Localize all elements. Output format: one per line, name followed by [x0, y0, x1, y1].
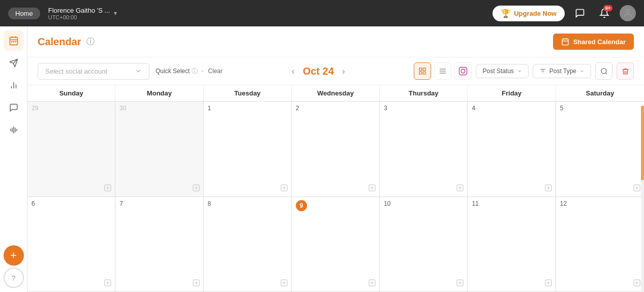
post-status-label: Post Status: [482, 68, 513, 75]
add-post-button[interactable]: [280, 184, 288, 193]
next-month-button[interactable]: ›: [342, 66, 345, 77]
instagram-view-button[interactable]: [454, 62, 472, 80]
sidebar-item-audio[interactable]: [4, 120, 24, 140]
list-view-button[interactable]: [434, 62, 451, 80]
add-post-button[interactable]: [104, 279, 112, 288]
account-selector[interactable]: Florence Gaitho 'S ... UTC+00:00 ▾: [48, 7, 117, 20]
svg-rect-23: [419, 72, 422, 74]
svg-point-30: [465, 69, 466, 70]
message-icon: [575, 8, 585, 18]
add-post-button[interactable]: [544, 184, 553, 193]
weekday-monday: Monday: [115, 85, 203, 101]
add-post-button[interactable]: [544, 279, 553, 288]
info-icon: ⓘ: [192, 67, 198, 76]
sidebar-item-add[interactable]: +: [4, 245, 24, 266]
add-post-icon: [368, 279, 376, 287]
add-post-button[interactable]: [633, 184, 641, 193]
chevron-down-icon: [200, 69, 205, 74]
right-toolbar: Post Status Post Type: [414, 62, 634, 80]
weekday-wednesday: Wednesday: [292, 85, 380, 101]
quick-select-button[interactable]: Quick Select ⓘ: [156, 67, 205, 76]
search-button[interactable]: [595, 62, 612, 80]
add-post-button[interactable]: [368, 184, 376, 193]
add-post-button[interactable]: [192, 279, 200, 288]
day-number: 7: [119, 200, 199, 207]
home-button[interactable]: Home: [8, 8, 40, 19]
svg-rect-5: [13, 41, 14, 43]
list-view-icon: [439, 67, 447, 75]
calendar-cell-29: 29: [27, 102, 115, 197]
day-number: 3: [384, 105, 463, 112]
day-number: 9: [296, 200, 307, 211]
add-post-icon: [633, 184, 641, 192]
calendar-cell-11: 11: [468, 197, 556, 293]
add-post-button[interactable]: [368, 279, 376, 288]
chevron-down-icon: [135, 68, 142, 75]
calendar-cell-9-today: 9: [292, 197, 380, 293]
day-number: 1: [208, 105, 287, 112]
add-post-icon: [544, 279, 553, 287]
add-post-icon: [368, 184, 376, 192]
day-number: 4: [472, 105, 551, 112]
sidebar-item-analytics[interactable]: [4, 75, 24, 95]
upgrade-button[interactable]: 🏆 Upgrade Now: [493, 6, 565, 21]
calendar-cell-4: 4: [468, 102, 556, 197]
add-post-button[interactable]: [192, 184, 200, 193]
post-type-filter[interactable]: Post Type: [533, 64, 591, 78]
chevron-down-icon: [579, 69, 585, 74]
svg-point-29: [462, 69, 466, 73]
calendar-cell-1: 1: [204, 102, 292, 197]
add-post-button[interactable]: [633, 279, 641, 288]
svg-rect-17: [562, 39, 568, 45]
delete-button[interactable]: [617, 62, 634, 80]
calendar-row-1: 29 30: [27, 102, 644, 197]
calendar-cell-7: 7: [115, 197, 203, 293]
add-post-button[interactable]: [280, 279, 288, 288]
weekday-saturday: Saturday: [556, 85, 644, 101]
shared-calendar-button[interactable]: Shared Calendar: [553, 34, 634, 50]
quick-select-area: Quick Select ⓘ Clear: [156, 67, 223, 76]
calendar-cell-5: 5: [556, 102, 644, 197]
calendar-cell-30: 30: [115, 102, 203, 197]
grid-view-icon: [418, 67, 426, 75]
day-number: 12: [560, 200, 640, 207]
scrollbar-thumb[interactable]: [641, 106, 644, 180]
messages-button[interactable]: [571, 4, 589, 22]
calendar-view-button[interactable]: [414, 62, 431, 80]
calendar-cell-3: 3: [380, 102, 468, 197]
add-post-button[interactable]: [456, 279, 464, 288]
sidebar: + ?: [0, 26, 27, 292]
sidebar-item-calendar[interactable]: [4, 30, 24, 51]
notifications-button[interactable]: 9+: [595, 4, 614, 22]
notification-badge: 9+: [603, 5, 612, 11]
day-number: 11: [472, 200, 551, 207]
sidebar-item-publish[interactable]: [4, 53, 24, 73]
avatar[interactable]: [620, 5, 636, 21]
prev-month-button[interactable]: ‹: [292, 66, 295, 77]
help-circle-icon[interactable]: ⓘ: [86, 37, 95, 47]
shared-calendar-label: Shared Calendar: [573, 38, 626, 46]
weekday-sunday: Sunday: [27, 85, 115, 101]
social-select-placeholder: Select social account: [45, 68, 107, 75]
main-layout: + ? Calendar ⓘ Shared Calendar Select so…: [0, 26, 644, 292]
current-month-label: Oct 24: [303, 66, 334, 77]
calendar-share-icon: [561, 38, 569, 46]
post-status-filter[interactable]: Post Status: [476, 64, 528, 78]
day-number: 6: [32, 200, 111, 207]
month-navigation: ‹ Oct 24 ›: [229, 66, 408, 77]
calendar-row-2: 6 7: [27, 197, 644, 293]
upgrade-label: Upgrade Now: [514, 10, 557, 17]
sidebar-item-help[interactable]: ?: [4, 268, 24, 288]
add-post-button[interactable]: [456, 184, 464, 193]
calendar-cell-8: 8: [204, 197, 292, 293]
sidebar-item-inbox[interactable]: [4, 98, 24, 118]
social-account-select[interactable]: Select social account: [38, 63, 149, 80]
add-post-button[interactable]: [104, 184, 112, 193]
calendar-header: Sunday Monday Tuesday Wednesday Thursday…: [27, 85, 644, 102]
svg-rect-4: [11, 41, 13, 43]
clear-button[interactable]: Clear: [208, 68, 223, 75]
day-number: 29: [32, 105, 111, 112]
post-type-label: Post Type: [549, 68, 576, 75]
add-post-icon: [456, 279, 464, 287]
toolbar-row: Select social account Quick Select ⓘ Cle…: [27, 57, 644, 85]
